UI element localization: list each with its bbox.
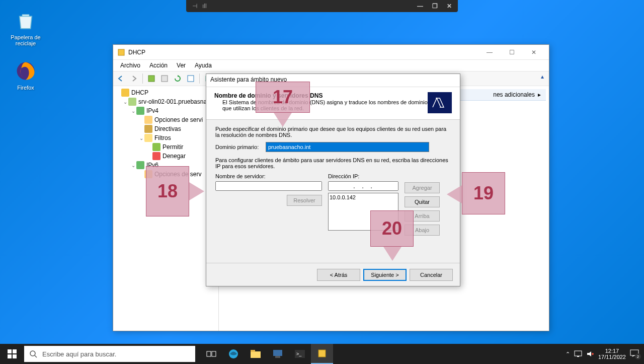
pin-icon[interactable]: ⊣ <box>192 3 197 10</box>
svg-rect-12 <box>207 351 211 356</box>
ip-input[interactable] <box>328 181 398 191</box>
new-scope-wizard-dialog: Asistente para ámbito nuevo Nombre de do… <box>206 74 460 286</box>
wizard-body-p1: Puede especificar el dominio primario qu… <box>215 126 451 138</box>
svg-rect-22 <box>575 351 582 356</box>
server-manager-icon[interactable] <box>267 344 289 364</box>
svg-rect-7 <box>13 349 17 353</box>
svg-rect-9 <box>13 354 17 358</box>
firefox-label: Firefox <box>8 85 43 91</box>
chevron-right-icon[interactable]: ▸ <box>538 91 541 98</box>
wizard-header-desc: El Sistema de nombres de dominio (DNS) a… <box>214 99 428 111</box>
domain-input[interactable] <box>266 142 429 152</box>
toolbar-btn-4[interactable] <box>185 73 196 84</box>
callout-20: 20 <box>370 210 414 247</box>
wizard-header-icon <box>428 92 452 113</box>
svg-line-11 <box>35 355 37 357</box>
resolver-button[interactable]: Resolver <box>287 195 322 206</box>
firefox-icon[interactable]: Firefox <box>8 60 43 91</box>
search-placeholder: Escribe aquí para buscar. <box>42 350 116 358</box>
clock[interactable]: 12:17 17/11/2022 <box>598 348 626 360</box>
start-button[interactable] <box>0 344 24 364</box>
recycle-bin-label: Papelera de reciclaje <box>8 34 43 46</box>
refresh-button[interactable] <box>172 73 183 84</box>
task-view-button[interactable] <box>200 344 222 364</box>
svg-rect-18 <box>275 356 280 358</box>
ip-list-item[interactable]: 10.0.0.142 <box>330 194 397 200</box>
quitar-button[interactable]: Quitar <box>405 196 440 207</box>
ip-label: Dirección IP: <box>328 173 398 179</box>
menu-accion[interactable]: Acción <box>145 61 172 70</box>
toolbar-btn-1[interactable] <box>146 73 157 84</box>
svg-rect-15 <box>251 351 261 358</box>
actions-header: nes adicionales <box>493 91 535 98</box>
svg-rect-23 <box>577 356 579 357</box>
tree-opciones-v4[interactable]: Opciones de servi <box>113 115 218 124</box>
remote-connection-bar: ⊣ ıll — ❐ ✕ <box>186 0 458 12</box>
svg-rect-2 <box>148 76 154 82</box>
callout-18: 18 <box>146 166 189 216</box>
close-button[interactable]: ✕ <box>523 45 545 59</box>
system-tray: ⌃ 12:17 17/11/2022 2 <box>560 348 644 360</box>
svg-rect-17 <box>273 350 282 356</box>
forward-button[interactable] <box>128 73 139 84</box>
cmd-icon[interactable]: >_ <box>289 344 311 364</box>
server-name-label: Nombre de servidor: <box>215 173 322 179</box>
cancelar-button[interactable]: Cancelar <box>410 269 453 281</box>
dhcp-app-icon <box>117 48 125 56</box>
remote-close-button[interactable]: ✕ <box>445 3 454 10</box>
dhcp-taskbar-icon[interactable] <box>311 344 333 364</box>
minimize-button[interactable]: — <box>478 45 501 59</box>
tree-directivas[interactable]: Directivas <box>113 124 218 133</box>
svg-rect-6 <box>8 349 12 353</box>
menu-archivo[interactable]: Archivo <box>116 61 144 70</box>
tree-ipv4[interactable]: ⌄IPv4 <box>113 106 218 115</box>
menu-ver[interactable]: Ver <box>173 61 190 70</box>
callout-19: 19 <box>462 172 505 214</box>
maximize-button[interactable]: ☐ <box>501 45 523 59</box>
svg-rect-13 <box>212 351 216 356</box>
agregar-button[interactable]: Agregar <box>405 182 440 193</box>
siguiente-button[interactable]: Siguiente > <box>363 269 407 281</box>
back-button[interactable] <box>115 73 126 84</box>
domain-label: Dominio primario: <box>215 144 262 150</box>
tree-filtros[interactable]: ⌄Filtros <box>113 133 218 142</box>
sound-icon[interactable] <box>586 350 594 357</box>
remote-minimize-button[interactable]: — <box>415 3 425 10</box>
svg-rect-8 <box>8 354 12 358</box>
chevron-up-icon[interactable]: ▴ <box>541 73 544 80</box>
remote-restore-button[interactable]: ❐ <box>430 3 440 10</box>
svg-text:>_: >_ <box>296 351 302 356</box>
svg-rect-16 <box>251 350 255 352</box>
window-title: DHCP <box>128 49 478 56</box>
file-explorer-icon[interactable] <box>245 344 267 364</box>
search-box[interactable]: Escribe aquí para buscar. <box>24 346 195 362</box>
menubar: Archivo Acción Ver Ayuda <box>113 60 549 71</box>
callout-17: 17 <box>256 82 310 113</box>
search-icon <box>29 350 37 358</box>
svg-rect-4 <box>188 76 194 82</box>
svg-rect-21 <box>318 350 326 357</box>
tree-permitir[interactable]: Permitir <box>113 142 218 152</box>
atras-button[interactable]: < Atrás <box>317 269 360 281</box>
signal-icon: ıll <box>202 3 207 10</box>
network-icon[interactable] <box>574 350 582 357</box>
tray-icon-1[interactable]: ⌃ <box>566 351 570 357</box>
tree-dhcp-root[interactable]: DHCP <box>113 88 218 97</box>
recycle-bin-icon[interactable]: Papelera de reciclaje <box>8 10 43 46</box>
wizard-title[interactable]: Asistente para ámbito nuevo <box>206 74 460 87</box>
titlebar[interactable]: DHCP — ☐ ✕ <box>113 45 549 60</box>
svg-rect-3 <box>162 76 168 82</box>
wizard-body-p2: Para configurar clientes de ámbito para … <box>215 157 451 169</box>
tree-denegar[interactable]: Denegar <box>113 152 218 161</box>
edge-icon[interactable] <box>222 344 245 364</box>
svg-point-10 <box>30 351 35 356</box>
tree-server[interactable]: ⌄srv-olin02-001.pruebasna <box>113 97 218 106</box>
notification-button[interactable]: 2 <box>630 349 639 358</box>
menu-ayuda[interactable]: Ayuda <box>191 61 216 70</box>
server-name-input[interactable] <box>215 181 322 191</box>
toolbar-btn-2[interactable] <box>159 73 170 84</box>
svg-point-24 <box>592 353 594 355</box>
taskbar: Escribe aquí para buscar. >_ ⌃ 12:17 17/… <box>0 344 644 364</box>
svg-rect-1 <box>118 49 124 55</box>
